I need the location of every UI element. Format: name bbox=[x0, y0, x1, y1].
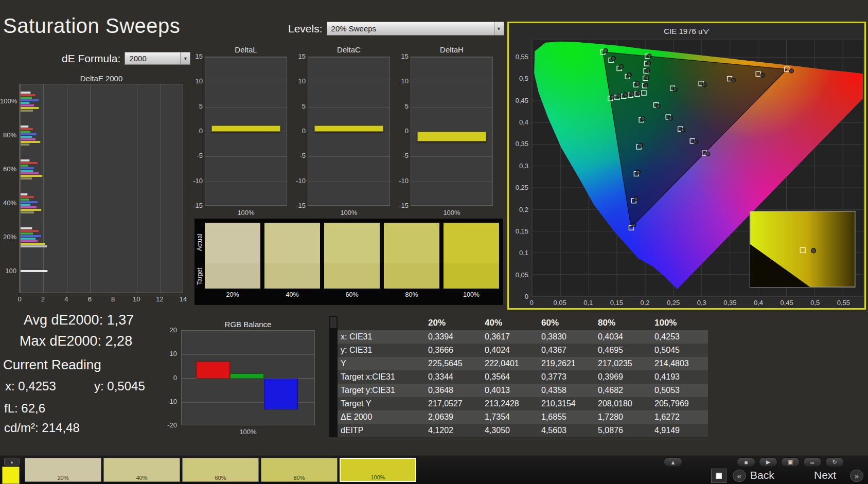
patch-swatch-60%[interactable]: 60% bbox=[182, 458, 259, 482]
loop-button[interactable]: ∞ bbox=[803, 457, 822, 467]
loop-icon: ∞ bbox=[810, 459, 814, 465]
rgb-balance-title: RGB Balance bbox=[181, 320, 315, 329]
patch-swatch-20%[interactable]: 20% bbox=[25, 458, 101, 482]
deltae-x-labels: 02468101214 bbox=[20, 295, 183, 303]
delta-x-label: 100% bbox=[411, 209, 493, 217]
rgb-y-tick: -10 bbox=[163, 398, 177, 405]
deltae-group-label: 20% bbox=[0, 233, 16, 241]
delta-y-tick: -5 bbox=[186, 152, 203, 159]
delta-y-tick: -15 bbox=[392, 202, 409, 209]
pattern-button[interactable]: ▣ bbox=[781, 457, 800, 467]
levels-control: Levels: 20% Sweeps ▼ bbox=[288, 22, 504, 35]
cie-y-tick: 0,55 bbox=[511, 53, 528, 61]
swatch-label: 80% bbox=[384, 291, 439, 298]
de-formula-value: 2000 bbox=[125, 54, 180, 63]
delta-y-tick: 10 bbox=[392, 77, 409, 85]
cell-value: 0,4013 bbox=[482, 384, 538, 397]
swatch-comparison-panel: Actual Target 20%40%60%80%100% bbox=[194, 219, 503, 305]
play-icon: ▶ bbox=[766, 459, 770, 465]
table-scrollbar[interactable] bbox=[329, 316, 338, 437]
scrollbar-thumb[interactable] bbox=[330, 317, 336, 328]
patch-swatch-80%[interactable]: 80% bbox=[261, 458, 338, 482]
delta-value-bar bbox=[211, 126, 280, 132]
deltae-bar bbox=[21, 243, 45, 245]
panel-toggle-button[interactable]: ▴ bbox=[4, 458, 20, 465]
deltae-bar bbox=[21, 227, 32, 229]
cell-value: 5,0876 bbox=[595, 424, 651, 437]
deltae-bar bbox=[21, 232, 33, 235]
swatch-label: 60% bbox=[324, 291, 380, 298]
patch-swatch-100%[interactable]: 100% bbox=[340, 458, 416, 482]
blue-balance-bar bbox=[264, 379, 298, 409]
delta-y-tick: -5 bbox=[392, 152, 409, 159]
next-chevron-icon[interactable]: » bbox=[850, 470, 863, 482]
delta-plot bbox=[308, 57, 390, 206]
deltae-bar bbox=[21, 240, 38, 242]
deltae-bar-group bbox=[21, 227, 47, 247]
pattern-square-icon bbox=[716, 473, 722, 479]
patch-swatch-40%[interactable]: 40% bbox=[103, 458, 180, 482]
delta-x-label: 100% bbox=[205, 209, 287, 217]
deltae-y-labels: 100%80%60%40%20%100 bbox=[0, 84, 17, 293]
swatch-60% bbox=[324, 223, 380, 289]
row-label: Y bbox=[338, 357, 425, 370]
deltae-bar bbox=[21, 167, 34, 169]
cell-value: 0,5053 bbox=[651, 384, 708, 397]
back-chevron-icon[interactable]: « bbox=[733, 470, 746, 482]
stop-button[interactable]: ■ bbox=[737, 457, 755, 467]
cell-value: 0,3564 bbox=[482, 370, 538, 384]
actual-swatch bbox=[384, 223, 439, 263]
green-balance-bar bbox=[230, 373, 264, 378]
results-table: 20%40%60%80%100% x: CIE310,33940,36170,3… bbox=[338, 316, 708, 437]
deltae-bar bbox=[21, 170, 33, 172]
deltae-x-tick: 0 bbox=[12, 295, 27, 303]
actual-swatch bbox=[205, 223, 260, 263]
deltae-bar bbox=[21, 128, 33, 130]
pattern-window-button[interactable] bbox=[711, 469, 727, 483]
cie-y-tick-labels: 00,050,10,150,20,250,30,350,40,450,50,55 bbox=[511, 23, 528, 308]
cie-x-tick-labels: 00,050,10,150,20,250,30,350,40,450,50,55 bbox=[509, 299, 864, 307]
cell-value: 0,4034 bbox=[595, 330, 651, 344]
play-button[interactable]: ▶ bbox=[759, 457, 777, 467]
table-col-header: 40% bbox=[482, 316, 538, 330]
cie-y-tick: 0 bbox=[511, 293, 528, 300]
deltae-bar bbox=[21, 94, 36, 96]
deltae-bar bbox=[21, 177, 32, 180]
rgb-balance-chart: RGB Balance 20100-10-20 100% bbox=[165, 320, 319, 446]
deltaH-title: DeltaH bbox=[411, 45, 493, 54]
deltae-bar bbox=[21, 206, 37, 208]
cie-x-tick: 0,25 bbox=[666, 299, 681, 307]
cie-x-tick: 0,35 bbox=[723, 299, 737, 307]
results-table-panel: 20%40%60%80%100% x: CIE310,33940,36170,3… bbox=[329, 316, 713, 439]
de-formula-dropdown[interactable]: 2000 ▼ bbox=[125, 52, 190, 65]
up-button[interactable]: ▲ bbox=[664, 457, 682, 467]
delta-y-tick: 15 bbox=[392, 52, 409, 60]
deltae-bar bbox=[21, 99, 39, 101]
levels-label: Levels: bbox=[288, 23, 323, 35]
cell-value: 0,3666 bbox=[425, 344, 482, 357]
cell-value: 0,3969 bbox=[595, 370, 651, 384]
table-row: x: CIE310,33940,36170,38300,40340,4253 bbox=[338, 330, 708, 344]
back-button[interactable]: Back bbox=[750, 469, 774, 481]
delta-value-bar bbox=[417, 132, 486, 141]
deltae-bar bbox=[21, 141, 41, 143]
cell-value: 0,3617 bbox=[482, 330, 538, 344]
deltaH-chart: DeltaH 151050-5-10-15 100% bbox=[392, 45, 495, 220]
delta-y-tick: 0 bbox=[186, 127, 203, 135]
deltaC-title: DeltaC bbox=[308, 45, 390, 54]
swatch-label: 100% bbox=[444, 291, 499, 298]
row-label: ΔE 2000 bbox=[338, 410, 425, 424]
refresh-icon: ↻ bbox=[832, 459, 837, 465]
refresh-button[interactable]: ↻ bbox=[825, 457, 844, 467]
deltae-x-tick: 14 bbox=[176, 295, 190, 303]
deltae-bar bbox=[21, 138, 36, 140]
deltae-plot bbox=[20, 84, 183, 293]
next-button[interactable]: Next bbox=[814, 469, 836, 481]
actual-swatch bbox=[444, 223, 499, 263]
target-swatch bbox=[444, 263, 499, 289]
rgb-y-labels: 20100-10-20 bbox=[165, 330, 179, 425]
rgb-y-tick: 20 bbox=[163, 326, 177, 334]
levels-dropdown[interactable]: 20% Sweeps ▼ bbox=[327, 22, 504, 35]
cell-value: 208,0180 bbox=[595, 397, 651, 410]
table-col-header: 80% bbox=[595, 316, 651, 330]
